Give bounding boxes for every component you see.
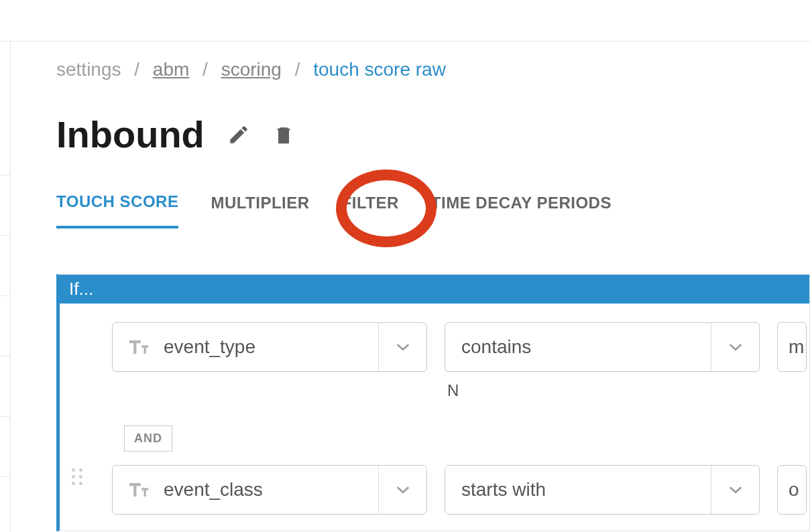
tabs: TOUCH SCORE MULTIPLIER FILTER TIME DECAY…	[56, 192, 810, 228]
rule-header: If...	[60, 275, 809, 304]
sidebar-item[interactable]	[0, 176, 10, 236]
operator-label: contains	[445, 336, 711, 358]
top-bar	[0, 0, 810, 42]
tab-touch-score[interactable]: TOUCH SCORE	[56, 192, 178, 228]
value-text: m	[789, 336, 804, 358]
delete-button[interactable]	[273, 123, 294, 147]
value-input[interactable]: m	[777, 322, 807, 372]
page-title: Inbound	[56, 113, 205, 156]
drag-handle-icon[interactable]	[72, 468, 83, 485]
sidebar	[0, 42, 11, 532]
chevron-down-icon	[378, 466, 426, 514]
sidebar-item[interactable]	[0, 115, 10, 176]
rule-panel: If... event_type contains	[56, 274, 810, 531]
field-label: event_type	[161, 336, 378, 358]
operator-select[interactable]: starts with	[445, 465, 760, 515]
value-input[interactable]: o	[777, 465, 807, 515]
breadcrumb-abm[interactable]: abm	[153, 59, 189, 80]
breadcrumb-current: touch score raw	[313, 59, 446, 80]
sidebar-item[interactable]	[0, 296, 10, 356]
and-operator[interactable]: AND	[124, 425, 172, 452]
sidebar-item[interactable]	[0, 356, 10, 417]
pencil-icon	[227, 123, 250, 146]
not-hint: N	[447, 381, 809, 400]
main-content: settings / abm / scoring / touch score r…	[11, 42, 810, 532]
chevron-down-icon	[378, 323, 426, 371]
breadcrumb-scoring[interactable]: scoring	[221, 59, 282, 80]
text-type-icon	[127, 480, 150, 499]
field-label: event_class	[161, 479, 378, 501]
rule-row: event_type contains m	[112, 322, 809, 372]
tab-time-decay[interactable]: TIME DECAY PERIODS	[431, 194, 612, 227]
sidebar-item[interactable]	[0, 236, 10, 296]
operator-select[interactable]: contains	[445, 322, 760, 372]
tab-filter[interactable]: FILTER	[342, 194, 399, 227]
rule-body: event_type contains m	[60, 304, 809, 531]
title-row: Inbound	[56, 113, 810, 156]
value-text: o	[789, 479, 799, 501]
rule-row: event_class starts with o	[112, 465, 809, 515]
tab-multiplier[interactable]: MULTIPLIER	[211, 194, 309, 227]
edit-button[interactable]	[227, 123, 250, 146]
sidebar-item[interactable]	[0, 417, 10, 477]
trash-icon	[273, 123, 294, 147]
field-select[interactable]: event_type	[112, 322, 427, 372]
breadcrumb-separator: /	[134, 59, 139, 80]
operator-label: starts with	[445, 479, 711, 501]
chevron-down-icon	[711, 466, 759, 514]
field-select[interactable]: event_class	[112, 465, 427, 515]
breadcrumb: settings / abm / scoring / touch score r…	[56, 59, 810, 80]
breadcrumb-separator: /	[295, 59, 300, 80]
chevron-down-icon	[711, 323, 759, 371]
text-type-icon	[127, 338, 150, 356]
breadcrumb-settings[interactable]: settings	[56, 59, 121, 80]
breadcrumb-separator: /	[202, 59, 208, 80]
